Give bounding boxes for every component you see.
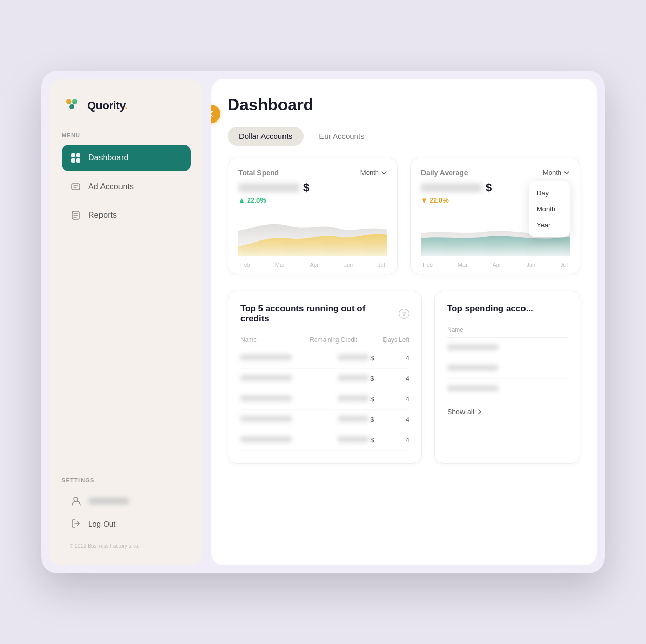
total-spend-chart [238,210,387,256]
col-remaining-credit: Remaining Credit [310,332,374,348]
logout-item[interactable]: Log Out [62,512,191,535]
sidebar-item-reports[interactable]: Reports [62,202,191,229]
tab-dollar-accounts[interactable]: Dollar Accounts [228,127,304,146]
ad-accounts-icon [70,180,82,193]
reports-icon [70,209,82,222]
tabs-row: Dollar Accounts Eur Accounts [228,127,580,146]
svg-rect-6 [71,153,75,157]
user-name-blur [88,498,129,504]
total-spend-change: ▲ 22.0% [238,196,387,204]
daily-average-title: Daily Average [421,169,468,177]
sidebar: Quority. MENU Dashboard [49,79,203,565]
total-spend-header: Total Spend Month [238,169,387,177]
chevron-right-icon [476,408,483,415]
tab-eur-accounts[interactable]: Eur Accounts [308,127,375,146]
svg-rect-10 [72,184,80,190]
user-item[interactable] [62,490,191,512]
settings-section: SETTINGS Log Out [62,477,191,549]
spending-table-row [447,338,568,358]
logout-icon [70,517,82,530]
main-content: Dashboard Dollar Accounts Eur Accounts T… [211,79,597,565]
copyright-text: © 2022 Business Factory s.r.o. [62,543,191,549]
logo-icon [62,95,82,116]
dashboard-icon [70,152,82,164]
logout-label: Log Out [88,519,115,528]
svg-rect-9 [76,158,80,163]
menu-label: MENU [62,132,191,138]
period-dropdown: Day Month Year [529,181,570,237]
user-icon [70,495,82,507]
daily-average-card: Daily Average Month Day Month Year [410,158,580,274]
top-spending-title: Top spending acco... [447,304,568,314]
page-title: Dashboard [228,95,313,114]
daily-average-header: Daily Average Month Day Month Year [421,169,570,177]
spending-col-name: Name [447,322,568,338]
page-header: Dashboard [228,95,580,114]
show-all-button[interactable]: Show all [447,408,568,416]
chevron-down-icon-2 [563,170,570,176]
spending-table: Name [447,322,568,399]
table-row: $ 4 [240,348,409,369]
top-credits-card: Top 5 accounts running out of credits ? … [228,291,422,464]
nav-menu: Dashboard Ad Accounts [62,145,191,229]
logo-area: Quority. [62,95,191,116]
svg-rect-7 [76,153,80,157]
top-spending-card: Top spending acco... Name [434,291,580,464]
total-spend-period-selector[interactable]: Month [360,169,387,176]
dropdown-item-month[interactable]: Month [529,201,570,217]
sidebar-item-dashboard-label: Dashboard [88,153,128,163]
credits-table: Name Remaining Credit Days Left $ 4 [240,332,409,451]
table-row: $ 4 [240,389,409,410]
amount-blur-2 [421,183,482,192]
dropdown-item-year[interactable]: Year [529,217,570,233]
sidebar-item-reports-label: Reports [88,211,117,220]
daily-average-period-selector[interactable]: Month Day Month Year [543,169,570,176]
total-spend-xaxis: Feb Mar Apr Jun Jul [238,261,387,268]
show-all-label: Show all [447,408,474,416]
bottom-section: Top 5 accounts running out of credits ? … [228,291,580,464]
spending-table-row [447,358,568,379]
amount-blur [238,183,300,192]
svg-point-12 [74,497,78,501]
app-name: Quority. [87,99,128,112]
dropdown-item-day[interactable]: Day [529,185,570,201]
table-row: $ 4 [240,369,409,389]
chevron-down-icon [381,170,387,176]
top-credits-title: Top 5 accounts running out of credits ? [240,304,409,324]
svg-rect-8 [71,158,75,163]
collapse-sidebar-button[interactable] [211,105,220,123]
col-days-left: Days Left [374,332,409,348]
spending-table-row [447,379,568,399]
sidebar-item-dashboard[interactable]: Dashboard [62,145,191,171]
table-row: $ 4 [240,430,409,451]
daily-average-xaxis: Feb Mar Apr Jun Jul [421,261,570,268]
total-spend-title: Total Spend [238,169,279,177]
sidebar-item-ad-accounts[interactable]: Ad Accounts [62,173,191,200]
settings-label: SETTINGS [62,477,191,484]
col-name: Name [240,332,310,348]
total-spend-amount: $ [238,181,387,194]
sidebar-item-ad-accounts-label: Ad Accounts [88,182,134,191]
charts-row: Total Spend Month $ ▲ 22.0% [228,158,580,274]
table-row: $ 4 [240,410,409,430]
help-icon[interactable]: ? [399,309,409,319]
total-spend-card: Total Spend Month $ ▲ 22.0% [228,158,398,274]
